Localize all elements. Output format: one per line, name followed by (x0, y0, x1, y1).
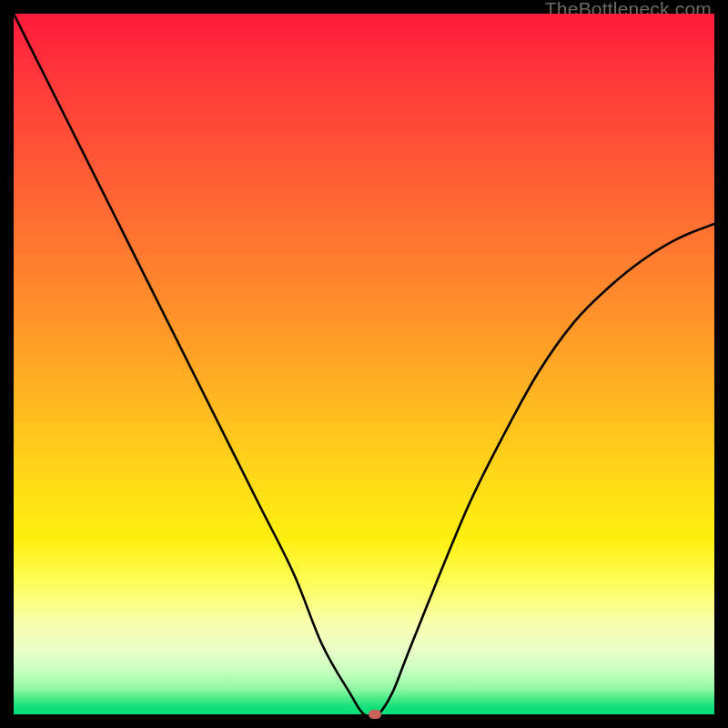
bottleneck-curve (14, 14, 714, 714)
plot-area (14, 14, 714, 714)
chart-frame: TheBottleneck.com (0, 0, 728, 728)
optimal-point-marker (369, 710, 381, 719)
